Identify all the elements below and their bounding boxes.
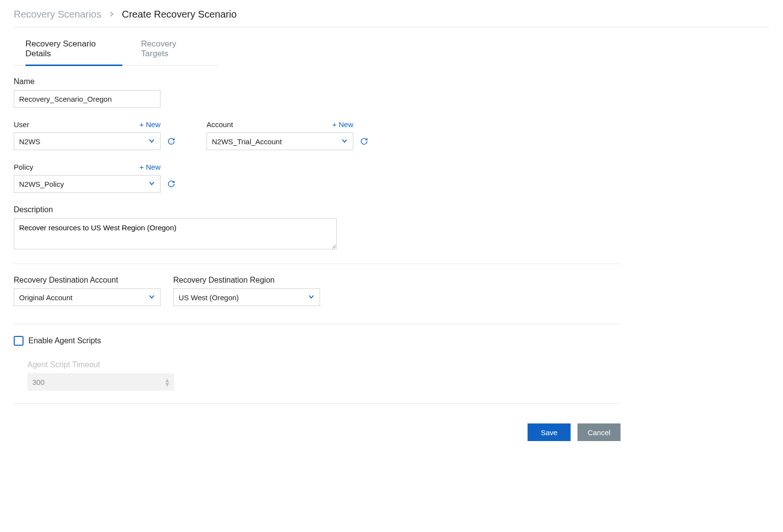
divider xyxy=(14,324,621,324)
policy-new-link[interactable]: + New xyxy=(139,163,161,171)
recovery-dest-region-label: Recovery Destination Region xyxy=(173,276,320,285)
user-new-link[interactable]: + New xyxy=(139,120,161,129)
breadcrumb: Recovery Scenarios Create Recovery Scena… xyxy=(14,9,769,27)
policy-label: Policy xyxy=(14,163,33,171)
chevron-down-icon xyxy=(148,293,155,302)
policy-refresh-icon[interactable] xyxy=(167,180,175,188)
breadcrumb-back[interactable]: Recovery Scenarios xyxy=(14,9,101,20)
recovery-dest-account-label: Recovery Destination Account xyxy=(14,276,161,285)
agent-timeout-input: 300 ▴▾ xyxy=(27,373,174,391)
stepper-icon: ▴▾ xyxy=(165,377,169,386)
enable-agent-scripts-label[interactable]: Enable Agent Scripts xyxy=(28,336,101,345)
agent-timeout-value: 300 xyxy=(32,378,45,386)
recovery-dest-region-select[interactable]: US West (Oregon) xyxy=(173,288,320,306)
description-label: Description xyxy=(14,205,769,214)
user-refresh-icon[interactable] xyxy=(167,137,175,145)
user-select[interactable]: N2WS xyxy=(14,133,161,150)
user-select-value: N2WS xyxy=(19,137,40,146)
enable-agent-scripts-checkbox[interactable] xyxy=(14,336,23,346)
recovery-dest-region-value: US West (Oregon) xyxy=(179,293,239,302)
description-textarea[interactable]: Recover resources to US West Region (Ore… xyxy=(14,218,337,249)
cancel-button[interactable]: Cancel xyxy=(577,423,621,441)
chevron-down-icon xyxy=(308,293,315,302)
agent-timeout-label: Agent Script Timeout xyxy=(27,360,769,369)
divider xyxy=(14,403,621,404)
account-new-link[interactable]: + New xyxy=(332,120,353,129)
name-label: Name xyxy=(14,77,769,86)
chevron-down-icon xyxy=(148,180,155,188)
name-input[interactable] xyxy=(14,90,161,108)
breadcrumb-current: Create Recovery Scenario xyxy=(122,9,237,20)
chevron-right-icon xyxy=(108,9,115,20)
recovery-dest-account-select[interactable]: Original Account xyxy=(14,288,161,306)
account-label: Account xyxy=(207,120,233,129)
chevron-down-icon xyxy=(148,137,155,146)
account-refresh-icon[interactable] xyxy=(360,137,368,145)
tab-recovery-targets[interactable]: Recovery Targets xyxy=(141,39,205,66)
policy-select[interactable]: N2WS_Policy xyxy=(14,175,161,193)
recovery-dest-account-value: Original Account xyxy=(19,293,72,302)
chevron-down-icon xyxy=(341,137,348,146)
tab-recovery-scenario-details[interactable]: Recovery Scenario Details xyxy=(25,39,122,66)
user-label: User xyxy=(14,120,29,129)
save-button[interactable]: Save xyxy=(528,423,571,441)
account-select-value: N2WS_Trial_Account xyxy=(212,137,282,146)
policy-select-value: N2WS_Policy xyxy=(19,180,64,188)
account-select[interactable]: N2WS_Trial_Account xyxy=(207,133,353,150)
tabs: Recovery Scenario Details Recovery Targe… xyxy=(14,33,217,66)
divider xyxy=(14,264,621,264)
